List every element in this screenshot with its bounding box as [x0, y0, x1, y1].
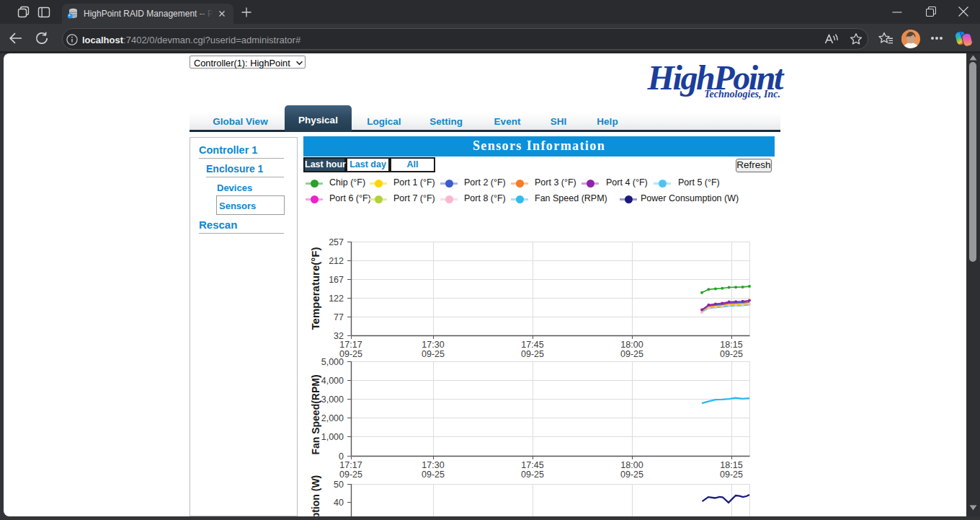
svg-text:77: 77 — [334, 312, 344, 322]
svg-text:257: 257 — [329, 237, 344, 247]
svg-text:3,000: 3,000 — [321, 395, 344, 405]
svg-text:18:00: 18:00 — [620, 460, 643, 470]
svg-text:167: 167 — [329, 275, 344, 285]
svg-text:2,000: 2,000 — [321, 413, 344, 423]
svg-text:17:45: 17:45 — [521, 340, 543, 350]
svg-text:4,000: 4,000 — [321, 376, 344, 386]
svg-text:5,000: 5,000 — [321, 357, 344, 367]
svg-text:122: 122 — [329, 294, 344, 304]
svg-text:40: 40 — [334, 498, 344, 508]
svg-text:Temperature(°F): Temperature(°F) — [309, 247, 321, 330]
svg-text:17:45: 17:45 — [521, 460, 543, 470]
svg-text:17:17: 17:17 — [339, 340, 362, 350]
svg-text:17:30: 17:30 — [422, 460, 444, 470]
svg-text:Fan Speed(RPM): Fan Speed(RPM) — [310, 374, 321, 454]
svg-text:18:00: 18:00 — [620, 340, 643, 350]
svg-text:17:30: 17:30 — [422, 340, 444, 350]
svg-text:50: 50 — [334, 480, 344, 490]
svg-text:212: 212 — [329, 256, 344, 266]
svg-text:1,000: 1,000 — [321, 432, 344, 442]
svg-text:18:15: 18:15 — [720, 460, 742, 470]
svg-text:Power Consumption (W): Power Consumption (W) — [310, 475, 321, 516]
svg-text:17:17: 17:17 — [339, 460, 362, 470]
svg-text:18:15: 18:15 — [720, 340, 742, 350]
